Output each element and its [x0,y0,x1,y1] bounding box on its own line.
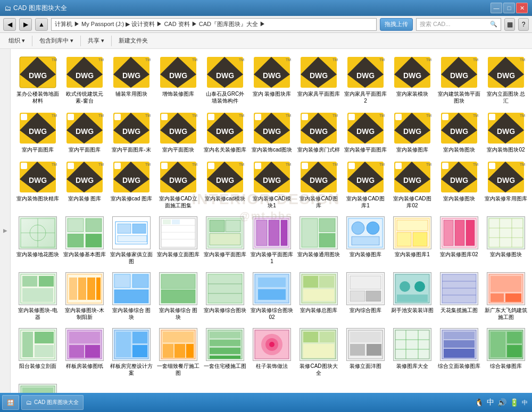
file-item[interactable]: 室内装修图块-木制阳新 [62,270,107,323]
address-path[interactable]: 计算机 ▶ My Passport (J:) ▶ 设计资料 ▶ CAD 资料 ▶… [51,18,377,31]
upload-button[interactable]: 拖拽上传 [380,18,413,31]
svg-text:TM: TM [520,163,525,166]
file-item[interactable]: DWGTM 室内装修CAD模块1 [249,158,295,212]
tray-icon-chat[interactable]: 🐧 [475,398,484,407]
svg-rect-51 [68,114,74,120]
file-item[interactable]: 室内装修总图库 [296,270,342,323]
file-item[interactable]: DWGTM 山泰石及GRC外墙装饰构件 [202,53,248,107]
file-item[interactable]: 室内综合图库 [343,270,388,323]
file-item[interactable]: DWGTM 室内立面图块 总汇 [483,53,529,107]
svg-rect-252 [132,345,147,357]
organize-button[interactable]: 组织 ▾ [4,35,29,47]
maximize-button[interactable]: □ [503,3,515,13]
file-item[interactable]: 室内装修家俱立面图 [109,214,154,267]
file-item[interactable]: DWGTM 室内平面图库 [62,109,107,156]
file-item[interactable]: 室内装修图块-电器 [15,270,61,323]
file-item[interactable]: 装修立面洋图 [343,325,388,379]
file-item[interactable]: 装修CAD图块大全 [296,325,342,379]
search-box[interactable]: 搜索 CAD... 🔍 [416,18,501,31]
svg-rect-136 [348,163,355,169]
file-item[interactable]: 室内装修综合图块 [202,270,248,323]
svg-rect-126 [255,163,261,169]
file-item[interactable]: 样板房完整设计方案 [109,325,154,379]
close-button[interactable]: ✕ [516,3,528,13]
file-item[interactable]: DWGTM 室内装修图库 [389,109,435,156]
file-item[interactable]: 室内装修图库 [343,214,388,267]
back-button[interactable]: ◀ [3,18,16,31]
file-item[interactable]: DWGTM 室内 装修图块库 [249,53,295,107]
file-item[interactable]: DWGTM 室内装饰图块精库 [15,158,61,212]
view-options-button[interactable]: ▦ [504,18,515,31]
file-item[interactable]: DWGTM 室内装饰cad图块 [249,109,295,156]
share-button[interactable]: 共享 ▾ [84,35,109,47]
file-item[interactable]: 综合装修图库 [483,325,529,379]
file-item[interactable]: 室内装修综合图块02 [249,270,295,323]
file-item[interactable]: 室内装修平面图库1 [249,214,295,267]
file-item[interactable]: 装修图库大全 [389,325,435,379]
svg-rect-248 [85,345,100,358]
file-item[interactable]: 室内装修综合 图块 [109,270,154,323]
file-item[interactable]: DWGTM 室内装修CAD图库1 [343,158,388,212]
new-folder-button[interactable]: 新建文件夹 [114,35,152,47]
file-item[interactable]: DWGTM 辅装常用图块 [109,53,154,107]
file-item[interactable]: 室内装修图库1 [389,214,435,267]
forward-button[interactable]: ▶ [19,18,32,31]
file-item[interactable]: DWGTM 室内建筑装饰平面图块 [436,53,482,107]
file-item[interactable]: 新广东大飞鸽建筑施工图 [483,270,529,323]
taskbar-start[interactable]: 🪟 [2,395,19,410]
file-item[interactable]: DWGTM 室内平面图块 [155,109,201,156]
file-item[interactable]: 室内装修基本图库 [62,214,107,267]
tray-icon-power[interactable]: 🔋 [510,398,519,407]
file-item[interactable]: 柱子装饰做法 [249,325,295,379]
file-item[interactable]: DWGTM 室内装修常用图库 [483,158,529,212]
file-item[interactable]: DWGTM 室内装修房门式样 [296,109,342,156]
svg-text:DWG: DWG [169,176,187,184]
file-item[interactable]: 一套细致餐厅施工图 [155,325,201,379]
file-item[interactable]: DWGTM 室内名关装修图库 [202,109,248,156]
file-item[interactable]: DWGTM 室内装修 图库 [62,158,107,212]
svg-rect-196 [489,218,523,247]
tray-icon-volume[interactable]: 🔊 [497,398,506,407]
file-item[interactable]: 一套住宅楼施工图 [202,325,248,379]
file-item[interactable]: 室内装修通用图块 [296,214,342,267]
file-item[interactable]: DWGTM 室内装饰图块 [436,109,482,156]
file-item[interactable]: DWGTM 室内装修CAD图库02 [389,158,435,212]
svg-text:TM: TM [192,163,197,166]
svg-rect-162 [86,234,102,247]
file-item[interactable]: 样板房装修图纸 [62,325,107,379]
file-item[interactable]: DWGTM 室内装修cad模块 [202,158,248,212]
file-item[interactable]: DWGTM 欧式传统建筑元素-窗台 [62,53,107,107]
help-button[interactable]: ? [518,18,529,31]
file-item[interactable]: 室内装修图块 [483,214,529,267]
file-item[interactable]: 室内装修综合 图块 [155,270,201,323]
minimize-button[interactable]: — [491,3,502,13]
file-item[interactable]: 天花集揽施工图 [436,270,482,323]
file-item[interactable]: DWGTM 室内平面图库 [15,109,61,156]
file-item[interactable]: DWGTM 室内家装模块 [389,53,435,107]
file-item[interactable]: DWGTM 室内装修图块 [436,158,482,212]
file-item[interactable]: DWGTM 室内家具平面图库 [296,53,342,107]
file-item[interactable]: DWGTM 室内装修CAD图库 [296,158,342,212]
svg-rect-261 [210,348,240,354]
file-item[interactable]: DWGTM 室内装饰图块02 [483,109,529,156]
file-item[interactable]: DWGTM 室内装修cad 图库 [109,158,154,212]
file-item[interactable]: DWGTM 室内家具平面图库2 [343,53,388,107]
file-item[interactable]: 阳台装修立剖面 [15,325,61,379]
file-item[interactable]: 室内装修平面图库 [202,214,248,267]
svg-rect-250 [116,332,131,357]
file-item[interactable]: 室内装修立面图库 [155,214,201,267]
file-item[interactable]: 综合立面装修图库 [436,325,482,379]
file-item[interactable]: 室内装修图库02 [436,214,482,267]
file-item[interactable]: DWGTM 室内平面图库-末 [109,109,154,156]
file-item[interactable]: 室内装修地花图块 [15,214,61,267]
svg-text:TM: TM [192,114,197,117]
up-button[interactable]: ▲ [35,18,48,31]
taskbar-explorer[interactable]: 🗂 CAD 图库图块大全 [21,395,84,410]
file-item[interactable]: DWGTM 某办公楼装饰地面材料 [15,53,61,107]
file-item[interactable]: DWGTM 室内装修平面图库 [343,109,388,156]
toolbar-separator3 [111,36,112,46]
file-item[interactable]: DWGTM 室内装修CAD立面施工图集 [155,158,201,212]
file-item[interactable]: 厨手池安装装详图 [389,270,435,323]
include-library-button[interactable]: 包含到库中 ▾ [35,35,78,47]
file-item[interactable]: DWGTM 增饰装修图库 [155,53,201,107]
